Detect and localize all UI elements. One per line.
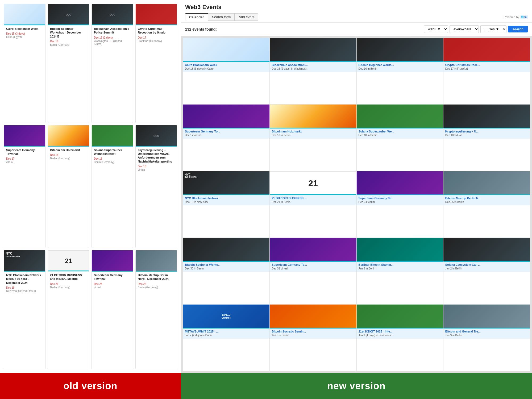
tile-card[interactable]: 21st ICDCIT 2025 - Inte... Jan 8 (4 days… bbox=[357, 305, 443, 371]
tab-calendar[interactable]: Calendar bbox=[185, 13, 208, 21]
left-event-card[interactable]: ⬡⬡⬡Kryptoregulierung – Umsetzung der MiC… bbox=[135, 125, 177, 248]
tile-card[interactable]: Bitcoin Meetup Berlin N... Dec 25 in Ber… bbox=[443, 171, 530, 238]
tile-card[interactable]: Superteam Germany To... Dec 17 virtual bbox=[183, 105, 269, 171]
tile-card[interactable]: Kryptoregulierung – U... Dec 18 virtual bbox=[443, 105, 530, 171]
card-date: Dec 16 (2 days) bbox=[94, 36, 131, 39]
card-date: Dec 25 bbox=[138, 282, 175, 285]
keyword-dropdown[interactable]: web3 ▼ bbox=[424, 25, 448, 33]
tile-date: Jan 2 in Berlin bbox=[445, 267, 528, 270]
card-location: Berlin (Germany) bbox=[94, 161, 131, 164]
tile-card[interactable]: Bitcoin am Holzmarkt Dec 18 in Berlin bbox=[270, 105, 356, 171]
card-title: Superteam Germany Townhall bbox=[94, 273, 131, 281]
left-event-card[interactable]: Superteam Germany Townhall Dec 24 virtua… bbox=[92, 250, 133, 369]
tile-title: Bitcoin Beginner Works... bbox=[185, 263, 268, 266]
card-date: Dec 19 bbox=[6, 286, 43, 289]
tile-card[interactable]: Bitcoin and General Tre... Jan 9 in Berl… bbox=[443, 305, 530, 371]
left-event-card[interactable]: NYCBLOCKCHAINNYC Blockchain Network Meet… bbox=[4, 250, 45, 369]
tile-date: Jan 9 in Berlin bbox=[445, 334, 528, 337]
tile-date: Dec 18 in Berlin bbox=[272, 134, 354, 137]
tile-title: Bitcoin Socratic Semin... bbox=[272, 330, 354, 333]
tile-date: Dec 19 in New York bbox=[185, 201, 268, 203]
tile-title: Kryptoregulierung – U... bbox=[445, 130, 528, 133]
search-controls: web3 ▼ everywhere ☰ tiles ▼ search bbox=[424, 25, 528, 33]
tile-card[interactable]: Superteam Germany To... Dec 31 virtual bbox=[270, 238, 356, 304]
tile-card[interactable]: Blockchain Association'... Dec 16 (2 day… bbox=[270, 38, 356, 104]
tile-card[interactable]: Superteam Germany To... Dec 24 virtual bbox=[357, 171, 443, 238]
card-location: Frankfurt (Germany) bbox=[138, 40, 175, 43]
tile-title: Blockchain Association'... bbox=[272, 63, 354, 66]
tile-card[interactable]: Cairo Blockchain Week Dec 15 (3 days) in… bbox=[183, 38, 269, 104]
card-location: Berlin (Germany) bbox=[50, 286, 87, 289]
events-count: 132 events found: bbox=[185, 27, 422, 31]
view-dropdown[interactable]: ☰ tiles ▼ bbox=[480, 25, 506, 33]
tile-card[interactable]: METAVSUMMITMETAVSUMMIT 2025 - ... Jan 7 … bbox=[183, 305, 269, 371]
search-button[interactable]: search bbox=[508, 26, 528, 32]
tabs-row: CalendarSearch formAdd event Powered by … bbox=[185, 13, 528, 21]
tile-title: Bitcoin Beginner Works... bbox=[359, 63, 441, 66]
card-location: Berlin (Germany) bbox=[50, 157, 87, 160]
tabs: CalendarSearch formAdd event bbox=[185, 13, 258, 21]
right-panel: Web3 Events CalendarSearch formAdd event… bbox=[181, 0, 532, 399]
tiles-grid: Cairo Blockchain Week Dec 15 (3 days) in… bbox=[181, 36, 532, 373]
card-title: Blockchain Association's Policy Summit bbox=[94, 27, 131, 35]
tab-search-form[interactable]: Search form bbox=[208, 13, 235, 21]
card-date: Dec 17 bbox=[6, 157, 43, 160]
card-date: Dec 17 bbox=[138, 36, 175, 39]
card-title: Bitcoin Meetup Berlin Nord - December 20… bbox=[138, 273, 175, 281]
tile-title: 21 BITCOIN BUSINESS ... bbox=[272, 197, 354, 200]
left-event-card[interactable]: Bitcoin am Holzmarkt Dec 18 Berlin (Germ… bbox=[48, 125, 89, 248]
card-title: Bitcoin Beginner Workshop - December 202… bbox=[50, 27, 87, 38]
tile-card[interactable]: Bitcoin Socratic Semin... Jan 8 in Berli… bbox=[270, 305, 356, 371]
tile-title: Solana Ecosystem Call ... bbox=[445, 263, 528, 266]
tile-card[interactable]: Bitcoin Beginner Works... Dec 30 in Berl… bbox=[183, 238, 269, 304]
tile-title: Bitcoin Meetup Berlin N... bbox=[445, 197, 528, 200]
tile-title: METAVSUMMIT 2025 - ... bbox=[185, 330, 268, 333]
tile-card[interactable]: Bitcoin Beginner Works... Dec 16 in Berl… bbox=[357, 38, 443, 104]
tile-card[interactable]: Solana Ecosystem Call ... Jan 2 in Berli… bbox=[443, 238, 530, 304]
left-event-card[interactable]: Superteam Germany Townhall Dec 17 virtua… bbox=[4, 125, 45, 248]
left-event-card[interactable]: ⬡⬡⬡Blockchain Association's Policy Summi… bbox=[92, 4, 133, 123]
left-event-card[interactable]: Solana Superzauber Weihnachtsfest Dec 18… bbox=[92, 125, 133, 248]
left-version-bar: old version bbox=[0, 373, 181, 399]
tile-card[interactable]: NYCBLOCKCHAINNYC Blockchain Networ... De… bbox=[183, 171, 269, 238]
card-date: Dec 18 bbox=[94, 157, 131, 160]
card-date: Dec 24 bbox=[94, 282, 131, 285]
tile-title: NYC Blockchain Networ... bbox=[185, 197, 268, 200]
left-event-card[interactable]: 2121 BITCOIN BUSINESS and MINING Meetup … bbox=[48, 250, 89, 369]
tile-card[interactable]: Berliner Bitcoin-Stamm... Jan 2 in Berli… bbox=[357, 238, 443, 304]
card-date: Dec 16 bbox=[50, 40, 87, 43]
tile-date: Jan 8 in Berlin bbox=[272, 334, 354, 337]
tile-card[interactable]: Crypto Christmas Rece... Dec 17 in Frank… bbox=[443, 38, 530, 104]
tile-card[interactable]: Solana Superzauber We... Dec 18 in Berli… bbox=[357, 105, 443, 171]
tile-title: Superteam Germany To... bbox=[359, 197, 441, 200]
tile-title: Bitcoin am Holzmarkt bbox=[272, 130, 354, 133]
card-location: virtual bbox=[94, 286, 131, 289]
left-event-card[interactable]: ⬡⬡⬡Bitcoin Beginner Workshop - December … bbox=[48, 4, 89, 123]
tile-date: Jan 2 in Berlin bbox=[359, 267, 441, 270]
tile-title: Crypto Christmas Rece... bbox=[445, 63, 528, 66]
tile-date: Dec 17 in Frankfurt bbox=[445, 67, 528, 70]
tab-add-event[interactable]: Add event bbox=[235, 13, 258, 21]
left-event-card[interactable]: Cairo Blockchain Week Dec 15 (3 days) Ca… bbox=[4, 4, 45, 123]
tile-date: Dec 17 virtual bbox=[185, 134, 268, 137]
card-location: Berlin (Germany) bbox=[50, 43, 87, 46]
search-bar-row: 132 events found: web3 ▼ everywhere ☰ ti… bbox=[181, 23, 532, 36]
location-dropdown[interactable]: everywhere bbox=[450, 25, 479, 33]
card-title: NYC Blockchain Network Meetup @ Yara - D… bbox=[6, 273, 43, 285]
card-title: Kryptoregulierung – Umsetzung der MiCAR-… bbox=[138, 148, 175, 163]
card-date: Dec 21 bbox=[50, 282, 87, 285]
left-panel: Cairo Blockchain Week Dec 15 (3 days) Ca… bbox=[0, 0, 181, 399]
tile-title: Berliner Bitcoin-Stamm... bbox=[359, 263, 441, 266]
left-event-card[interactable]: Bitcoin Meetup Berlin Nord - December 20… bbox=[135, 250, 177, 369]
left-event-card[interactable]: Crypto Christmas Reception by Iknaio Dec… bbox=[135, 4, 177, 123]
fnl-logo: 🌐 fnl bbox=[520, 15, 528, 19]
tile-title: Bitcoin and General Tre... bbox=[445, 330, 528, 333]
tile-date: Dec 30 in Berlin bbox=[185, 267, 268, 270]
powered-by-label: Powered by bbox=[504, 15, 519, 19]
tile-card[interactable]: 2121 BITCOIN BUSINESS ... Dec 21 in Berl… bbox=[270, 171, 356, 238]
card-location: Washington DC (United States) bbox=[94, 40, 131, 45]
tile-title: 21st ICDCIT 2025 - Inte... bbox=[359, 330, 441, 333]
powered-by: Powered by 🌐 fnl bbox=[504, 15, 528, 19]
tile-title: Superteam Germany To... bbox=[272, 263, 354, 266]
right-version-bar: new version bbox=[181, 373, 532, 399]
